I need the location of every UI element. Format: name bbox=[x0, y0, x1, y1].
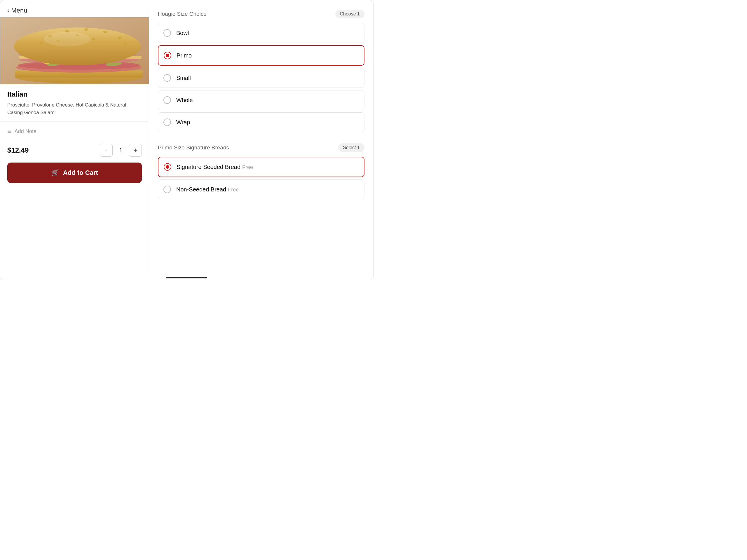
size-option-small-label: Small bbox=[176, 75, 191, 81]
bread-option-seeded-label: Signature Seeded BreadFree bbox=[177, 164, 253, 171]
product-info: Italian Prosciutto, Provolone Cheese, Ho… bbox=[0, 84, 149, 119]
bread-section-header: Primo Size Signature Breads Select 1 bbox=[158, 143, 364, 152]
bread-options-list: Signature Seeded BreadFree Non-Seeded Br… bbox=[158, 157, 364, 202]
bread-option-nonseeded-label: Non-Seeded BreadFree bbox=[176, 186, 239, 193]
back-label: Menu bbox=[11, 7, 27, 14]
product-name: Italian bbox=[7, 90, 142, 98]
add-to-cart-button[interactable]: 🛒 Add to Cart bbox=[7, 162, 142, 183]
product-image bbox=[0, 17, 149, 84]
bread-option-nonseeded[interactable]: Non-Seeded BreadFree bbox=[158, 179, 364, 199]
add-note-row[interactable]: ≡ Add Note bbox=[0, 121, 149, 141]
svg-point-25 bbox=[44, 32, 91, 46]
radio-small bbox=[163, 74, 171, 82]
quantity-minus-button[interactable]: - bbox=[100, 144, 113, 157]
quantity-row: $12.49 - 1 + bbox=[0, 141, 149, 162]
bread-section-badge: Select 1 bbox=[338, 143, 364, 152]
quantity-plus-button[interactable]: + bbox=[129, 144, 142, 157]
right-panel: Hoagie Size Choice Choose 1 Bowl Primo bbox=[149, 0, 373, 278]
radio-primo-inner bbox=[166, 54, 169, 57]
quantity-value: 1 bbox=[118, 147, 124, 154]
price-label: $12.49 bbox=[7, 146, 94, 154]
bread-option-seeded-free: Free bbox=[242, 164, 253, 170]
bread-option-seeded[interactable]: Signature Seeded BreadFree bbox=[158, 157, 364, 177]
size-option-bowl[interactable]: Bowl bbox=[158, 23, 364, 43]
size-option-whole[interactable]: Whole bbox=[158, 90, 364, 110]
home-indicator bbox=[166, 277, 207, 278]
size-option-wrap-label: Wrap bbox=[176, 119, 190, 126]
size-options-list: Bowl Primo Small Whole bbox=[158, 23, 364, 134]
left-panel: ‹ Menu bbox=[0, 0, 149, 278]
note-icon: ≡ bbox=[7, 128, 11, 135]
size-option-small[interactable]: Small bbox=[158, 68, 364, 88]
add-to-cart-label: Add to Cart bbox=[63, 169, 98, 177]
cart-icon: 🛒 bbox=[51, 169, 59, 177]
size-option-bowl-label: Bowl bbox=[176, 30, 189, 36]
radio-wrap bbox=[163, 119, 171, 126]
back-chevron-icon: ‹ bbox=[7, 7, 9, 14]
size-section-badge: Choose 1 bbox=[335, 10, 365, 18]
size-option-primo[interactable]: Primo bbox=[158, 45, 364, 66]
radio-whole bbox=[163, 96, 171, 104]
product-description: Prosciutto, Provolone Cheese, Hot Capico… bbox=[7, 101, 142, 116]
add-note-label: Add Note bbox=[15, 128, 36, 134]
size-section-header: Hoagie Size Choice Choose 1 bbox=[158, 10, 364, 18]
quantity-controls: - 1 + bbox=[100, 144, 142, 157]
radio-seeded bbox=[164, 163, 171, 171]
radio-seeded-inner bbox=[166, 165, 169, 169]
bread-section-title: Primo Size Signature Breads bbox=[158, 145, 229, 151]
back-navigation[interactable]: ‹ Menu bbox=[0, 0, 149, 17]
size-section-title: Hoagie Size Choice bbox=[158, 11, 207, 17]
size-option-wrap[interactable]: Wrap bbox=[158, 112, 364, 132]
radio-primo bbox=[164, 52, 171, 59]
radio-nonseeded bbox=[163, 185, 171, 193]
radio-bowl bbox=[163, 29, 171, 37]
size-option-whole-label: Whole bbox=[176, 97, 193, 104]
size-option-primo-label: Primo bbox=[177, 52, 192, 59]
bread-option-nonseeded-free: Free bbox=[228, 187, 239, 193]
bottom-bar bbox=[0, 278, 373, 280]
